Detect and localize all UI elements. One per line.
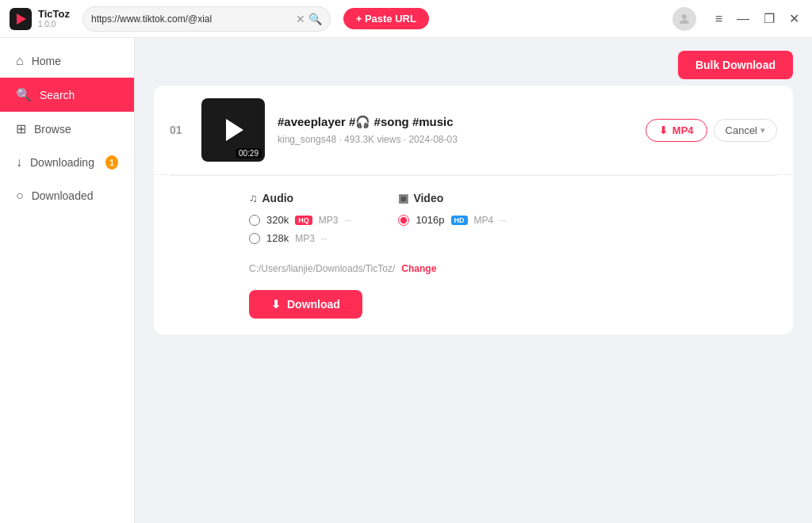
- download-button[interactable]: ⬇ Download: [249, 290, 362, 319]
- play-icon: [226, 119, 243, 141]
- menu-button[interactable]: ≡: [712, 11, 726, 27]
- window-controls: ≡ — ❐ ✕: [712, 11, 802, 27]
- url-text: https://www.tiktok.com/@xial: [91, 13, 293, 25]
- downloading-icon: ↓: [16, 155, 22, 170]
- avatar[interactable]: [672, 7, 696, 31]
- sidebar-item-label: Downloading: [30, 156, 94, 169]
- app-body: ⌂ Home 🔍 Search ⊞ Browse ↓ Downloading 1…: [0, 38, 812, 523]
- hq-badge: HQ: [295, 216, 312, 225]
- audio-option-128k: 128k MP3 --: [249, 232, 350, 244]
- download-icon: ⬇: [271, 298, 281, 311]
- download-path: C:/Users/lianjie/Downloads/TicToz/: [249, 263, 395, 274]
- chevron-down-icon: ▾: [760, 125, 765, 136]
- audio-320k-extra: --: [344, 215, 350, 226]
- main-content: Bulk Download 01 00:29 #aveeplayer #🎧 #s…: [135, 38, 812, 523]
- video-icon: ▣: [398, 192, 408, 204]
- sidebar-item-home[interactable]: ⌂ Home: [0, 44, 134, 78]
- sidebar-item-label: Browse: [34, 123, 71, 136]
- track-info: #aveeplayer #🎧 #song #music king_songs48…: [278, 115, 633, 145]
- hd-badge: HD: [451, 216, 468, 225]
- app-version: 1.0.0: [38, 20, 70, 29]
- app-name-block: TicToz 1.0.0: [38, 8, 70, 30]
- video-1016p-label: 1016p: [416, 214, 444, 226]
- paste-url-button[interactable]: + Paste URL: [343, 8, 429, 29]
- titlebar: TicToz 1.0.0 https://www.tiktok.com/@xia…: [0, 0, 812, 38]
- cancel-button[interactable]: Cancel ▾: [714, 119, 777, 142]
- change-path-link[interactable]: Change: [401, 263, 436, 274]
- download-small-icon: ⬇: [659, 124, 668, 136]
- sidebar-item-downloaded[interactable]: ○ Downloaded: [0, 179, 134, 212]
- close-button[interactable]: ✕: [786, 11, 802, 27]
- audio-128k-format: MP3: [295, 233, 315, 244]
- thumbnail[interactable]: 00:29: [201, 98, 265, 162]
- sidebar-item-search[interactable]: 🔍 Search: [0, 78, 134, 112]
- sidebar-item-downloading[interactable]: ↓ Downloading 1: [0, 146, 134, 179]
- audio-128k-extra: --: [321, 233, 327, 244]
- path-row: C:/Users/lianjie/Downloads/TicToz/ Chang…: [249, 263, 777, 274]
- sidebar: ⌂ Home 🔍 Search ⊞ Browse ↓ Downloading 1…: [0, 38, 135, 523]
- audio-section-title: ♫ Audio: [249, 192, 350, 204]
- app-logo-icon: [17, 13, 26, 25]
- options-row: ♫ Audio 320k HQ MP3 -- 128k: [249, 192, 777, 250]
- audio-128k-label: 128k: [266, 232, 289, 244]
- video-1016p-format: MP4: [474, 215, 494, 226]
- audio-128k-radio[interactable]: [249, 233, 260, 244]
- bulk-download-button[interactable]: Bulk Download: [678, 51, 793, 79]
- mp4-button[interactable]: ⬇ MP4: [645, 119, 707, 142]
- audio-320k-label: 320k: [266, 214, 289, 226]
- track-number: 01: [170, 124, 189, 136]
- search-icon: 🔍: [16, 87, 32, 102]
- url-search-icon[interactable]: 🔍: [308, 13, 322, 25]
- sidebar-item-label: Search: [40, 89, 75, 101]
- video-option-1016p: 1016p HD MP4 --: [398, 214, 506, 226]
- sidebar-item-browse[interactable]: ⊞ Browse: [0, 112, 134, 146]
- sidebar-item-label: Home: [32, 55, 61, 67]
- app-logo: [10, 8, 32, 30]
- url-bar[interactable]: https://www.tiktok.com/@xial ✕ 🔍: [82, 6, 331, 32]
- home-icon: ⌂: [16, 54, 24, 68]
- card-top: 01 00:29 #aveeplayer #🎧 #song #music kin…: [154, 86, 793, 175]
- video-1016p-radio[interactable]: [398, 215, 409, 226]
- audio-320k-format: MP3: [319, 215, 339, 226]
- track-title: #aveeplayer #🎧 #song #music: [278, 115, 633, 129]
- music-icon: ♫: [249, 192, 258, 204]
- video-section-title: ▣ Video: [398, 192, 506, 204]
- app-name: TicToz: [38, 8, 70, 21]
- audio-section: ♫ Audio 320k HQ MP3 -- 128k: [249, 192, 350, 250]
- video-1016p-extra: --: [500, 215, 506, 226]
- downloading-badge: 1: [105, 155, 118, 170]
- format-buttons: ⬇ MP4 Cancel ▾: [645, 119, 777, 142]
- svg-point-0: [682, 14, 687, 19]
- browse-icon: ⊞: [16, 121, 26, 136]
- track-meta: king_songs48 · 493.3K views · 2024-08-03: [278, 134, 633, 145]
- sidebar-item-label: Downloaded: [32, 189, 94, 202]
- card-options: ♫ Audio 320k HQ MP3 -- 128k: [154, 176, 793, 334]
- downloaded-icon: ○: [16, 189, 24, 203]
- audio-option-320k: 320k HQ MP3 --: [249, 214, 350, 226]
- minimize-button[interactable]: —: [733, 11, 753, 27]
- maximize-button[interactable]: ❐: [760, 11, 778, 27]
- duration-badge: 00:29: [236, 148, 262, 158]
- audio-320k-radio[interactable]: [249, 215, 260, 226]
- media-card: 01 00:29 #aveeplayer #🎧 #song #music kin…: [154, 86, 793, 334]
- video-section: ▣ Video 1016p HD MP4 --: [398, 192, 506, 250]
- url-clear-icon[interactable]: ✕: [296, 13, 305, 25]
- main-topbar: Bulk Download: [135, 38, 812, 86]
